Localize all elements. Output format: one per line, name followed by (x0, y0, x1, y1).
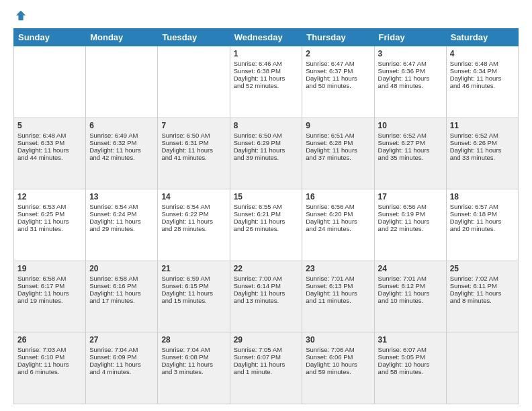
week-row-4: 19Sunrise: 6:58 AMSunset: 6:17 PMDayligh… (14, 261, 519, 332)
header-saturday: Saturday (446, 29, 518, 46)
day-info-line: Daylight: 11 hours (378, 289, 443, 297)
day-info-line: Sunrise: 6:07 AM (378, 346, 443, 353)
day-info-line: Sunrise: 6:52 AM (450, 132, 515, 139)
day-info-line: Daylight: 11 hours (17, 218, 82, 225)
day-info-line: Sunrise: 6:54 AM (89, 203, 154, 210)
day-info-line: Sunrise: 6:56 AM (378, 203, 443, 210)
day-info-line: Sunrise: 6:46 AM (234, 60, 299, 67)
day-info-line: Sunrise: 7:01 AM (306, 275, 370, 282)
day-number: 5 (17, 121, 82, 130)
day-info-line: Sunset: 6:12 PM (378, 282, 443, 289)
day-info-line: Sunrise: 7:04 AM (161, 346, 226, 353)
day-info-line: Daylight: 11 hours (17, 361, 82, 368)
day-info-line: Daylight: 11 hours (234, 289, 299, 297)
day-cell: 7Sunrise: 6:50 AMSunset: 6:31 PMDaylight… (158, 118, 230, 189)
day-info-line: and 3 minutes. (161, 368, 226, 375)
day-info-line: Sunset: 6:29 PM (234, 139, 299, 146)
header-wednesday: Wednesday (230, 29, 302, 46)
day-info-line: Sunrise: 7:06 AM (306, 346, 370, 353)
day-info-line: Sunrise: 6:58 AM (17, 275, 82, 282)
day-info-line: and 8 minutes. (450, 297, 515, 304)
day-info-line: Daylight: 11 hours (161, 361, 226, 368)
day-info-line: Sunrise: 6:59 AM (161, 275, 226, 282)
day-info-line: Sunset: 6:24 PM (89, 210, 154, 218)
day-info-line: Sunrise: 6:56 AM (306, 203, 370, 210)
day-number: 6 (89, 121, 154, 130)
day-info-line: Daylight: 11 hours (450, 146, 515, 154)
day-info-line: Sunset: 6:31 PM (161, 139, 226, 146)
day-info-line: Sunrise: 6:57 AM (450, 203, 515, 210)
day-info-line: Sunrise: 6:51 AM (306, 132, 370, 139)
day-info-line: Sunset: 6:25 PM (17, 210, 82, 218)
day-number: 21 (161, 264, 226, 273)
day-number: 3 (378, 49, 443, 58)
header-thursday: Thursday (302, 29, 374, 46)
header-tuesday: Tuesday (158, 29, 230, 46)
day-info-line: and 6 minutes. (17, 368, 82, 375)
day-info-line: Sunrise: 7:03 AM (17, 346, 82, 353)
day-info-line: Sunrise: 6:50 AM (161, 132, 226, 139)
day-info-line: Daylight: 11 hours (161, 289, 226, 297)
day-info-line: Daylight: 11 hours (234, 146, 299, 154)
day-number: 7 (161, 121, 226, 130)
day-info-line: Sunset: 6:08 PM (161, 353, 226, 361)
day-info-line: Sunset: 6:27 PM (378, 139, 443, 146)
day-info-line: Sunset: 6:11 PM (450, 282, 515, 289)
week-row-3: 12Sunrise: 6:53 AMSunset: 6:25 PMDayligh… (14, 189, 519, 261)
day-cell: 20Sunrise: 6:58 AMSunset: 6:16 PMDayligh… (86, 261, 158, 332)
day-cell: 22Sunrise: 7:00 AMSunset: 6:14 PMDayligh… (230, 261, 302, 332)
day-cell: 21Sunrise: 6:59 AMSunset: 6:15 PMDayligh… (158, 261, 230, 332)
day-cell: 27Sunrise: 7:04 AMSunset: 6:09 PMDayligh… (86, 332, 158, 404)
day-info-line: and 50 minutes. (306, 82, 370, 89)
day-info-line: Daylight: 11 hours (234, 361, 299, 368)
day-info-line: Sunset: 6:16 PM (89, 282, 154, 289)
day-cell: 30Sunrise: 7:06 AMSunset: 6:06 PMDayligh… (302, 332, 374, 404)
day-number: 27 (89, 335, 154, 345)
day-info-line: Sunrise: 6:48 AM (450, 60, 515, 67)
day-info-line: and 58 minutes. (378, 368, 443, 375)
day-info-line: Daylight: 11 hours (306, 218, 370, 225)
day-info-line: and 39 minutes. (234, 154, 299, 161)
day-cell: 4Sunrise: 6:48 AMSunset: 6:34 PMDaylight… (446, 46, 518, 118)
day-number: 30 (306, 335, 370, 345)
day-number: 18 (450, 192, 515, 201)
day-info-line: and 19 minutes. (17, 297, 82, 304)
day-info-line: and 42 minutes. (89, 154, 154, 161)
day-cell: 10Sunrise: 6:52 AMSunset: 6:27 PMDayligh… (374, 118, 446, 189)
day-cell: 9Sunrise: 6:51 AMSunset: 6:28 PMDaylight… (302, 118, 374, 189)
day-number: 19 (17, 264, 82, 273)
day-info-line: Daylight: 11 hours (234, 218, 299, 225)
day-cell: 17Sunrise: 6:56 AMSunset: 6:19 PMDayligh… (374, 189, 446, 261)
day-number: 17 (378, 192, 443, 201)
day-info-line: Sunset: 6:20 PM (306, 210, 370, 218)
day-number: 20 (89, 264, 154, 273)
day-cell: 6Sunrise: 6:49 AMSunset: 6:32 PMDaylight… (86, 118, 158, 189)
day-info-line: Sunrise: 6:48 AM (17, 132, 82, 139)
day-info-line: and 48 minutes. (378, 82, 443, 89)
day-info-line: Sunset: 6:38 PM (234, 67, 299, 75)
header-friday: Friday (374, 29, 446, 46)
day-info-line: and 46 minutes. (450, 82, 515, 89)
day-info-line: and 15 minutes. (161, 297, 226, 304)
day-info-line: Daylight: 11 hours (161, 146, 226, 154)
day-info-line: Daylight: 10 hours (378, 361, 443, 368)
day-info-line: and 44 minutes. (17, 154, 82, 161)
day-cell: 28Sunrise: 7:04 AMSunset: 6:08 PMDayligh… (158, 332, 230, 404)
day-info-line: Daylight: 10 hours (306, 361, 370, 368)
day-info-line: Sunset: 6:10 PM (17, 353, 82, 361)
svg-marker-0 (16, 11, 26, 20)
day-cell: 29Sunrise: 7:05 AMSunset: 6:07 PMDayligh… (230, 332, 302, 404)
day-info-line: Daylight: 11 hours (89, 146, 154, 154)
day-info-line: Sunset: 6:37 PM (306, 67, 370, 75)
day-info-line: Daylight: 11 hours (306, 146, 370, 154)
day-number: 15 (234, 192, 299, 201)
day-info-line: and 33 minutes. (450, 154, 515, 161)
day-cell: 11Sunrise: 6:52 AMSunset: 6:26 PMDayligh… (446, 118, 518, 189)
day-info-line: Daylight: 11 hours (17, 146, 82, 154)
day-number: 13 (89, 192, 154, 201)
day-info-line: and 41 minutes. (161, 154, 226, 161)
day-number: 8 (234, 121, 299, 130)
day-info-line: Sunset: 5:05 PM (378, 353, 443, 361)
day-cell: 25Sunrise: 7:02 AMSunset: 6:11 PMDayligh… (446, 261, 518, 332)
day-number: 4 (450, 49, 515, 58)
